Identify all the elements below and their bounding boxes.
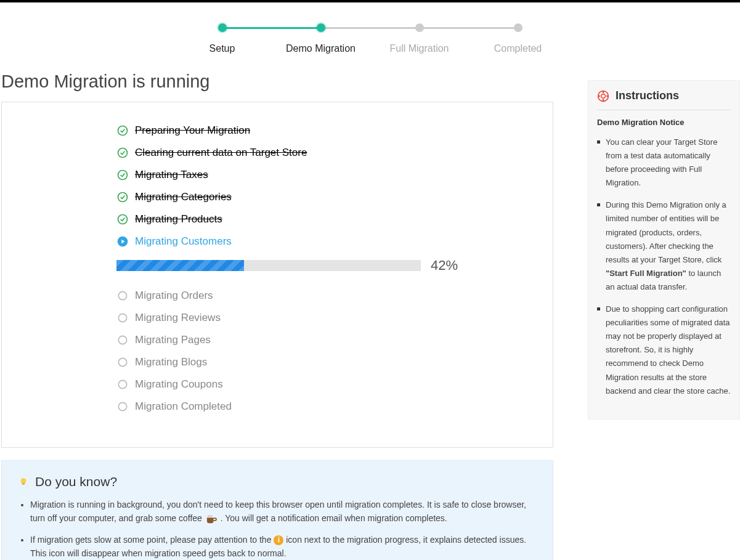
task-label: Migrating Pages [135, 334, 211, 346]
task-label: Migrating Taxes [135, 169, 208, 181]
task-row: Migrating Taxes [116, 169, 553, 181]
task-label: Migrating Products [135, 213, 222, 225]
tip-text: If migration gets slow at some point, pl… [30, 535, 274, 545]
step-dot [218, 23, 227, 32]
instruction-item: You can clear your Target Store from a t… [597, 136, 731, 190]
check-circle-icon [116, 169, 129, 181]
svg-point-11 [118, 380, 126, 388]
step-line [321, 27, 420, 29]
step-line [222, 27, 321, 29]
task-label: Migrating Reviews [135, 312, 221, 324]
progress-bar [116, 260, 421, 271]
circle-icon [116, 334, 129, 346]
step-dot [317, 23, 325, 32]
svg-point-2 [118, 171, 128, 180]
circle-icon [116, 312, 129, 324]
task-row: Migrating Coupons [116, 378, 553, 391]
circle-icon [116, 290, 129, 302]
instructions-sidebar: Instructions Demo Migration Notice You c… [588, 80, 740, 420]
task-label: Migrating Blogs [135, 356, 207, 368]
task-row: Migrating Customers [116, 235, 553, 248]
svg-point-3 [118, 193, 128, 202]
lightbulb-icon [18, 476, 29, 487]
instruction-item: During this Demo Migration only a limite… [597, 198, 731, 294]
tip-item: Migration is running in background, you … [30, 498, 537, 526]
instructions-subtitle: Demo Migration Notice [597, 118, 731, 127]
task-label: Preparing Your Migration [135, 124, 250, 137]
task-label: Migration Completed [135, 400, 232, 413]
lifebuoy-icon [597, 90, 609, 102]
step-dot [514, 23, 522, 32]
tipbox: Do you know? Migration is running in bac… [1, 460, 553, 560]
step-label: Completed [494, 43, 542, 54]
task-row: Clearing current data on Target Store [116, 147, 553, 159]
check-circle-icon [116, 147, 129, 159]
play-circle-icon [116, 235, 129, 248]
migration-panel: Preparing Your MigrationClearing current… [1, 102, 553, 448]
step-setup[interactable]: Setup [173, 23, 272, 54]
progress-percent: 42% [431, 258, 458, 274]
svg-rect-14 [22, 483, 25, 484]
task-label: Migrating Customers [135, 235, 232, 248]
step-label: Full Migration [389, 43, 449, 54]
circle-icon [116, 400, 129, 413]
svg-point-1 [118, 148, 128, 158]
tipbox-title-text: Do you know? [35, 474, 117, 489]
task-row: Migration Completed [116, 400, 553, 413]
svg-point-8 [118, 314, 126, 322]
svg-point-7 [118, 291, 126, 299]
progress-row: 42% [116, 258, 553, 274]
info-icon: i [274, 535, 283, 545]
svg-point-16 [601, 94, 606, 98]
task-row: Migrating Pages [116, 334, 553, 346]
svg-point-13 [21, 478, 26, 484]
circle-icon [116, 356, 129, 368]
task-label: Migrating Orders [135, 290, 213, 302]
progress-fill [116, 260, 244, 271]
task-label: Migrating Categories [135, 191, 232, 203]
stepper: SetupDemo MigrationFull MigrationComplet… [0, 2, 740, 71]
svg-point-10 [118, 358, 126, 366]
svg-point-12 [118, 402, 126, 410]
step-dot [415, 23, 424, 32]
instruction-text: During this Demo Migration only a limite… [606, 200, 726, 264]
svg-point-9 [118, 336, 126, 344]
task-row: Migrating Blogs [116, 356, 553, 368]
instructions-title: Instructions [597, 89, 731, 110]
task-row: Preparing Your Migration [116, 124, 553, 137]
task-label: Migrating Coupons [135, 378, 223, 391]
circle-icon [116, 378, 129, 391]
check-circle-icon [116, 124, 129, 137]
page-title: Demo Migration is running [1, 71, 563, 92]
check-circle-icon [116, 191, 129, 203]
task-row: Migrating Products [116, 213, 553, 225]
task-row: Migrating Categories [116, 191, 553, 203]
tip-text: . You will get a notification email when… [218, 513, 447, 523]
tipbox-title: Do you know? [18, 474, 537, 489]
step-line [420, 27, 518, 29]
tip-item: If migration gets slow at some point, pl… [30, 533, 537, 560]
task-row: Migrating Orders [116, 290, 553, 302]
coffee-icon [205, 514, 218, 524]
instruction-item: Due to shopping cart configuration pecul… [597, 302, 731, 398]
svg-point-0 [118, 126, 128, 136]
step-label: Setup [209, 43, 235, 54]
check-circle-icon [116, 213, 129, 225]
instruction-bold: "Start Full Migration" [606, 269, 686, 278]
step-label: Demo Migration [286, 43, 356, 54]
task-label: Clearing current data on Target Store [135, 147, 307, 159]
task-row: Migrating Reviews [116, 312, 553, 324]
svg-point-4 [118, 215, 128, 224]
instructions-title-text: Instructions [616, 89, 679, 102]
